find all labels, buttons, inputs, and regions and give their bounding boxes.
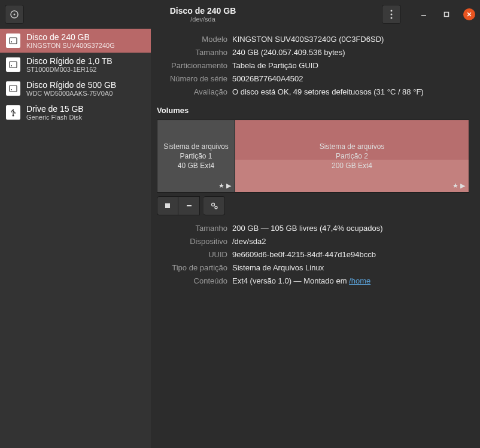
label-d-tamanho: Tamanho	[157, 224, 227, 233]
usb-icon	[6, 105, 20, 120]
vol-size: 40 GB Ext4	[178, 161, 214, 170]
value-part: Tabela de Partição GUID	[232, 61, 469, 70]
partition-detail: Tamanho 200 GB — 105 GB livres (47,4% oc…	[157, 224, 469, 285]
label-part: Particionamento	[157, 61, 227, 70]
titlebar: Disco de 240 GB /dev/sda	[0, 0, 480, 29]
close-icon	[466, 11, 472, 17]
vol-badges: ★▶	[452, 182, 465, 190]
label-d-tipo: Tipo de partição	[157, 263, 227, 272]
volume-partition-2[interactable]: Sistema de arquivos Partição 2 200 GB Ex…	[235, 120, 469, 192]
svg-point-12	[11, 65, 12, 66]
unmount-button[interactable]	[157, 196, 178, 215]
delete-partition-button[interactable]	[178, 196, 200, 215]
minus-icon	[186, 202, 193, 209]
minimize-icon	[421, 11, 427, 17]
vol-num: Partição 2	[336, 151, 368, 161]
label-tamanho: Tamanho	[157, 48, 227, 57]
sidebar-item-disk-0[interactable]: Disco de 240 GB KINGSTON SUV400S37240G	[0, 29, 151, 53]
value-aval: O disco está OK, 49 setores defeituosos …	[232, 87, 469, 96]
svg-point-19	[215, 206, 217, 209]
sidebar-item-disk-3[interactable]: Drive de 15 GB Generic Flash Disk	[0, 100, 151, 124]
star-icon: ★	[218, 182, 224, 190]
vol-size: 200 GB Ext4	[332, 161, 372, 170]
label-d-uuid: UUID	[157, 250, 227, 259]
vol-num: Partição 1	[180, 151, 212, 161]
value-d-tipo: Sistema de Arquivos Linux	[232, 263, 469, 272]
window-subtitle: /dev/sda	[24, 16, 382, 23]
play-icon: ▶	[460, 182, 465, 190]
play-icon: ▶	[226, 182, 231, 190]
svg-point-14	[11, 89, 12, 90]
value-tamanho: 240 GB (240.057.409.536 bytes)	[232, 48, 469, 57]
window-title: Disco de 240 GB	[24, 6, 382, 16]
volumes-bar: Sistema de arquivos Partição 1 40 GB Ext…	[157, 120, 469, 193]
value-d-disp: /dev/sda2	[232, 237, 469, 246]
disk-model: ST1000DM003-1ER162	[26, 66, 113, 73]
value-d-uuid: 9e6609d6-be0f-4215-84df-447d1e94bccb	[232, 250, 469, 259]
vol-fs: Sistema de arquivos	[163, 142, 229, 151]
hdd-icon	[6, 33, 20, 48]
disk-name: Disco Rígido de 1,0 TB	[26, 56, 113, 66]
label-serie: Número de série	[157, 74, 227, 83]
hdd-icon	[6, 57, 20, 72]
disk-model: Generic Flash Disk	[26, 114, 84, 121]
disk-app-icon	[10, 10, 19, 19]
svg-rect-6	[445, 13, 449, 17]
disk-model: WDC WD5000AAKS-75V0A0	[26, 90, 116, 97]
hdd-icon	[6, 81, 20, 96]
disk-sidebar: Disco de 240 GB KINGSTON SUV400S37240G D…	[0, 29, 151, 448]
titlebar-text: Disco de 240 GB /dev/sda	[24, 6, 382, 23]
volumes-title: Volumes	[157, 106, 469, 115]
value-d-tamanho: 200 GB — 105 GB livres (47,4% ocupados)	[232, 224, 469, 233]
svg-point-4	[391, 17, 393, 19]
svg-rect-11	[10, 62, 17, 68]
minimize-button[interactable]	[418, 8, 430, 20]
content-panel: Modelo KINGSTON SUV400S37240G (0C3FD6SD)…	[151, 29, 480, 448]
value-serie: 50026B77640A4502	[232, 74, 469, 83]
app-icon-button[interactable]	[5, 5, 24, 24]
svg-point-2	[391, 10, 393, 12]
svg-rect-16	[165, 203, 170, 208]
svg-point-3	[391, 14, 393, 16]
label-aval: Avaliação	[157, 87, 227, 96]
kebab-icon	[390, 10, 393, 19]
sidebar-item-disk-2[interactable]: Disco Rígido de 500 GB WDC WD5000AAKS-75…	[0, 77, 151, 100]
label-d-cont: Conteúdo	[157, 276, 227, 285]
disk-info: Modelo KINGSTON SUV400S37240G (0C3FD6SD)…	[157, 35, 469, 96]
svg-point-15	[13, 115, 14, 117]
svg-point-10	[11, 41, 12, 42]
disk-name: Disco Rígido de 500 GB	[26, 80, 116, 90]
gears-icon	[210, 202, 218, 210]
svg-point-18	[211, 203, 214, 206]
value-modelo: KINGSTON SUV400S37240G (0C3FD6SD)	[232, 35, 469, 44]
vol-fs: Sistema de arquivos	[320, 142, 385, 151]
close-button[interactable]	[463, 8, 475, 20]
disk-name: Disco de 240 GB	[26, 32, 115, 42]
svg-point-1	[14, 14, 16, 16]
svg-rect-9	[10, 38, 17, 44]
label-d-disp: Dispositivo	[157, 237, 227, 246]
sidebar-item-disk-1[interactable]: Disco Rígido de 1,0 TB ST1000DM003-1ER16…	[0, 53, 151, 77]
stop-icon	[164, 202, 171, 209]
svg-rect-13	[10, 86, 17, 92]
value-d-cont: Ext4 (versão 1.0) — Montado em /home	[232, 276, 469, 285]
volume-partition-1[interactable]: Sistema de arquivos Partição 1 40 GB Ext…	[157, 120, 235, 192]
hamburger-menu-button[interactable]	[382, 5, 401, 24]
star-icon: ★	[452, 182, 458, 190]
label-modelo: Modelo	[157, 35, 227, 44]
vol-badges: ★▶	[218, 182, 231, 190]
maximize-icon	[443, 11, 449, 17]
volume-toolbar	[157, 196, 469, 215]
content-prefix: Ext4 (versão 1.0) — Montado em	[232, 276, 349, 285]
partition-options-button[interactable]	[203, 196, 225, 215]
mount-point-link[interactable]: /home	[349, 276, 370, 285]
disk-model: KINGSTON SUV400S37240G	[26, 42, 115, 49]
disk-name: Drive de 15 GB	[26, 104, 84, 114]
maximize-button[interactable]	[440, 8, 452, 20]
